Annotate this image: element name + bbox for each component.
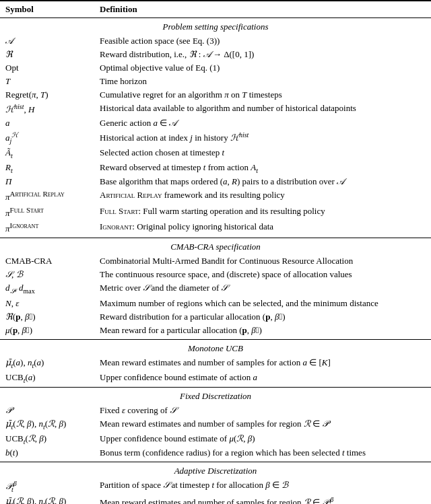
main-table: Symbol Definition Problem setting specif…	[0, 0, 431, 504]
symbol-cell: πIgnorant	[0, 220, 94, 238]
symbol-cell: μ̄t(a), nt(a)	[0, 356, 94, 371]
symbol-cell: a	[0, 116, 94, 130]
section-title: Fixed Discretization	[0, 388, 431, 404]
definition-cell: Bonus term (confidence radius) for a reg…	[94, 446, 431, 462]
section-title-row: Fixed Discretization	[0, 388, 431, 404]
table-header: Symbol Definition	[0, 1, 431, 18]
symbol-cell: CMAB-CRA	[0, 254, 94, 268]
definition-cell: Reward observed at timestep t from actio…	[94, 161, 431, 176]
definition-cell: Reward distribution, i.e., ℜ : 𝒜 → Δ([0,…	[94, 48, 431, 61]
definition-cell: Ignorant: Original policy ignoring histo…	[94, 220, 431, 238]
symbol-cell: Rt	[0, 161, 94, 176]
symbol-cell: ℜ	[0, 48, 94, 61]
symbol-cell: Opt	[0, 61, 94, 75]
definition-cell: Selected action chosen at timestep t	[94, 146, 431, 161]
table-row: μ̄t(ℛ, β), nt(ℛ, β)Mean reward estimates…	[0, 417, 431, 432]
definition-cell: Feasible action space (see Eq. (3))	[94, 34, 431, 48]
symbol-cell: ajℋ	[0, 130, 94, 146]
definition-cell: Fixed ε covering of 𝒮	[94, 404, 431, 417]
symbol-cell: b(t)	[0, 446, 94, 462]
symbol-cell: Π	[0, 175, 94, 188]
definition-cell: Cumulative regret for an algorithm π on …	[94, 88, 431, 102]
definition-cell: Reward distribution for a particular all…	[94, 310, 431, 324]
definition-cell: Historical data available to algorithm a…	[94, 102, 431, 116]
section-title-row: Adaptive Discretization	[0, 462, 431, 479]
definition-cell: Mean reward estimates and number of samp…	[94, 356, 431, 371]
table-row: aGeneric action a ∈ 𝒜	[0, 116, 431, 130]
symbol-cell: UCBt(a)	[0, 371, 94, 388]
symbol-cell: 𝒮, ℬ	[0, 268, 94, 281]
table-row: πIgnorantIgnorant: Original policy ignor…	[0, 220, 431, 238]
symbol-cell: μ(p, β⃗)	[0, 324, 94, 340]
symbol-cell: μ̄t(ℛ, β), nt(ℛ, β)	[0, 417, 94, 432]
table-row: μ(p, β⃗)Mean reward for a particular all…	[0, 324, 431, 340]
table-row: ℜ(p, β⃗)Reward distribution for a partic…	[0, 310, 431, 324]
symbol-cell: T	[0, 75, 94, 88]
symbol-cell: d𝒮, dmax	[0, 281, 94, 297]
definition-cell: Combinatorial Multi-Armed Bandit for Con…	[94, 254, 431, 268]
table-row: 𝒫tβPartition of space 𝒮 at timestep t fo…	[0, 478, 431, 495]
definition-cell: The continuous resource space, and (disc…	[94, 268, 431, 281]
table-row: UCBt(a)Upper confidence bound estimate o…	[0, 371, 431, 388]
definition-cell: Maximum number of regions which can be s…	[94, 297, 431, 310]
table-row: 𝒮, ℬThe continuous resource space, and (…	[0, 268, 431, 281]
section-title: CMAB-CRA specification	[0, 238, 431, 255]
table-row: CMAB-CRACombinatorial Multi-Armed Bandit…	[0, 254, 431, 268]
table-row: ℜReward distribution, i.e., ℜ : 𝒜 → Δ([0…	[0, 48, 431, 61]
symbol-cell: πFull Start	[0, 205, 94, 220]
symbol-cell: 𝒫tβ	[0, 478, 94, 495]
symbol-cell: ℜ(p, β⃗)	[0, 310, 94, 324]
symbol-cell: πArtificial Replay	[0, 188, 94, 204]
symbol-cell: ℋhist, H	[0, 102, 94, 116]
table-row: ajℋHistorical action at index j in histo…	[0, 130, 431, 146]
definition-cell: Historical action at index j in history …	[94, 130, 431, 146]
definition-cell: Upper confidence bound estimate of μ(ℛ, …	[94, 432, 431, 447]
definition-cell: Artificial Replay framework and its resu…	[94, 188, 431, 204]
definition-cell: Partition of space 𝒮 at timestep t for a…	[94, 478, 431, 495]
section-title-row: CMAB-CRA specification	[0, 238, 431, 255]
symbol-cell: N, ε	[0, 297, 94, 310]
section-title: Adaptive Discretization	[0, 462, 431, 479]
table-row: μ̄t(ℛ, β), nt(ℛ, β)Mean reward estimates…	[0, 495, 431, 504]
table-row: 𝒫Fixed ε covering of 𝒮	[0, 404, 431, 417]
symbol-cell: μ̄t(ℛ, β), nt(ℛ, β)	[0, 495, 94, 504]
table-row: πFull StartFull Start: Full warm startin…	[0, 205, 431, 220]
table-row: N, εMaximum number of regions which can …	[0, 297, 431, 310]
table-row: μ̄t(a), nt(a)Mean reward estimates and n…	[0, 356, 431, 371]
table-row: OptOptimal objective value of Eq. (1)	[0, 61, 431, 75]
table-row: RtReward observed at timestep t from act…	[0, 161, 431, 176]
table-row: d𝒮, dmaxMetric over 𝒮 and the diameter o…	[0, 281, 431, 297]
definition-cell: Optimal objective value of Eq. (1)	[94, 61, 431, 75]
table-row: ÃtSelected action chosen at timestep t	[0, 146, 431, 161]
symbol-cell: Ãt	[0, 146, 94, 161]
table-row: b(t)Bonus term (confidence radius) for a…	[0, 446, 431, 462]
symbol-cell: 𝒜	[0, 34, 94, 48]
definition-cell: Metric over 𝒮 and the diameter of 𝒮	[94, 281, 431, 297]
definition-cell: Mean reward for a particular allocation …	[94, 324, 431, 340]
definition-header: Definition	[94, 1, 431, 18]
table-row: ΠBase algorithm that maps ordered (a, R)…	[0, 175, 431, 188]
table-row: 𝒜Feasible action space (see Eq. (3))	[0, 34, 431, 48]
definition-cell: Mean reward estimates and number of samp…	[94, 417, 431, 432]
definition-cell: Full Start: Full warm starting operation…	[94, 205, 431, 220]
table-row: Regret(π, T)Cumulative regret for an alg…	[0, 88, 431, 102]
section-title: Problem setting specifications	[0, 18, 431, 35]
definition-cell: Time horizon	[94, 75, 431, 88]
table-row: UCBt(ℛ, β)Upper confidence bound estimat…	[0, 432, 431, 447]
definition-cell: Upper confidence bound estimate of actio…	[94, 371, 431, 388]
definition-cell: Base algorithm that maps ordered (a, R) …	[94, 175, 431, 188]
symbol-cell: UCBt(ℛ, β)	[0, 432, 94, 447]
table-row: ℋhist, HHistorical data available to alg…	[0, 102, 431, 116]
definition-cell: Mean reward estimates and number of samp…	[94, 495, 431, 504]
table-row: TTime horizon	[0, 75, 431, 88]
definition-cell: Generic action a ∈ 𝒜	[94, 116, 431, 130]
table-row: πArtificial ReplayArtificial Replay fram…	[0, 188, 431, 204]
symbol-cell: Regret(π, T)	[0, 88, 94, 102]
section-title-row: Problem setting specifications	[0, 18, 431, 35]
section-title: Monotone UCB	[0, 340, 431, 357]
symbol-cell: 𝒫	[0, 404, 94, 417]
symbol-header: Symbol	[0, 1, 94, 18]
section-title-row: Monotone UCB	[0, 340, 431, 357]
